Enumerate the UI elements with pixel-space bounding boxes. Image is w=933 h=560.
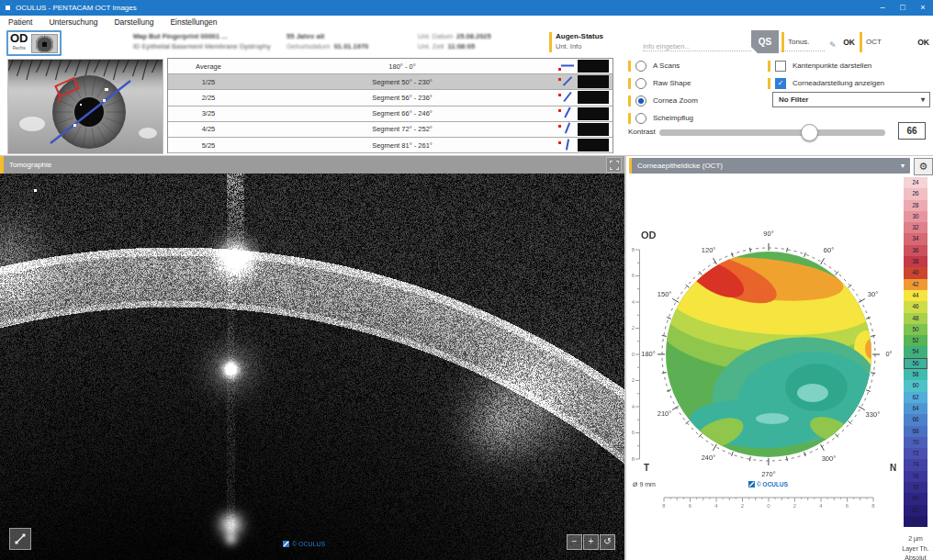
filter-dropdown[interactable]: No Filter ▾ (772, 92, 930, 107)
scale-cell[interactable]: 42 (904, 279, 927, 290)
scale-layer-label: Layer Th. (898, 544, 933, 554)
top-row: Average180° - 0°1/25Segment 50° - 230°2/… (0, 56, 933, 156)
oculus-watermark: © OCULUS (748, 481, 788, 487)
segment-row-average[interactable]: Average180° - 0° (168, 59, 613, 74)
eye-select-button[interactable]: ODRechts (6, 30, 62, 56)
measure-tool-button[interactable] (9, 528, 31, 550)
menu-einstellungen[interactable]: Einstellungen (162, 16, 225, 28)
segment-thumbnail[interactable] (578, 139, 609, 151)
scale-cell[interactable]: 50 (904, 324, 927, 335)
eye-photo-thumbnail[interactable] (7, 59, 163, 154)
scale-cell[interactable]: 74 (904, 459, 927, 470)
contrast-label: Kontrast (628, 128, 656, 136)
color-scale[interactable]: 2426283032343638404244464850525456586062… (904, 177, 927, 527)
scale-cell[interactable]: 62 (904, 392, 927, 403)
menu-patient[interactable]: Patient (0, 16, 40, 28)
segment-orientation-icon (556, 60, 578, 73)
segment-thumbnail[interactable] (578, 91, 609, 104)
zoom-in-button[interactable]: + (583, 534, 599, 550)
scale-cell[interactable]: 26 (904, 188, 927, 199)
segment-label: Segment 72° - 252° (249, 125, 556, 133)
scale-cell[interactable]: 44 (904, 290, 927, 301)
segment-row-1[interactable]: 1/25Segment 50° - 230° (168, 74, 613, 90)
scale-cell[interactable]: 78 (904, 482, 927, 493)
maximize-button[interactable]: □ (893, 0, 913, 16)
segment-index: 1/25 (168, 78, 249, 86)
radio-raw-shape[interactable]: Raw Shape (628, 77, 691, 89)
segment-label: Segment 50° - 230° (249, 78, 556, 86)
fullscreen-icon[interactable] (606, 157, 622, 173)
scale-cell[interactable]: 28 (904, 200, 927, 211)
reset-view-button[interactable]: ↺ (600, 534, 615, 550)
segment-index: 5/25 (168, 141, 249, 150)
scale-cell[interactable]: 38 (904, 256, 927, 267)
scale-cell[interactable]: 34 (904, 233, 927, 244)
scale-cell[interactable]: 70 (904, 437, 927, 448)
tomography-panel: Tomographie © OCULUS − + ↺ (0, 156, 624, 560)
segment-index: 4/25 (168, 125, 249, 133)
scale-cell[interactable]: 80 (904, 493, 927, 504)
segment-thumbnail[interactable] (578, 123, 609, 136)
segment-row-3[interactable]: 3/25Segment 66° - 246° (168, 106, 613, 122)
thickness-map (628, 211, 904, 514)
menu-darstellung[interactable]: Darstellung (106, 16, 162, 28)
scale-cell[interactable]: 84 (904, 516, 927, 527)
scale-cell[interactable]: 72 (904, 448, 927, 459)
segment-thumbnail[interactable] (578, 75, 609, 88)
contrast-slider-thumb[interactable] (801, 124, 818, 141)
segment-index: Average (168, 62, 249, 71)
radio-scheimpflug[interactable]: Scheimpflug (628, 112, 693, 124)
scale-cell[interactable]: 66 (904, 414, 927, 425)
scale-cell[interactable]: 64 (904, 403, 927, 414)
scale-cell[interactable]: 52 (904, 335, 927, 346)
scale-cell[interactable]: 54 (904, 346, 927, 357)
radio-icon (635, 113, 646, 124)
segment-label: Segment 56° - 236° (249, 94, 556, 102)
menu-untersuchung[interactable]: Untersuchung (40, 16, 106, 28)
scale-cell[interactable]: 32 (904, 222, 927, 233)
zoom-out-button[interactable]: − (567, 534, 582, 550)
segment-list: Average180° - 0°1/25Segment 50° - 230°2/… (167, 58, 613, 153)
scale-cell[interactable]: 48 (904, 313, 927, 324)
scale-cell[interactable]: 24 (904, 177, 927, 188)
close-button[interactable]: × (913, 0, 933, 16)
oct-scan-image[interactable] (0, 174, 624, 560)
eye-side: ODRechts (8, 33, 28, 53)
scale-cell[interactable]: 56 (904, 358, 927, 369)
patient-name: Map But Fingerprint 00001 ... ID Epithel… (133, 31, 271, 51)
segment-row-5[interactable]: 5/25Segment 81° - 261° (168, 138, 613, 153)
radio-cornea-zoom[interactable]: Cornea Zoom (628, 95, 698, 106)
scale-cell[interactable]: 68 (904, 426, 927, 437)
scale-cell[interactable]: 76 (904, 471, 927, 482)
segment-label: 180° - 0° (249, 62, 556, 71)
tomography-title: Tomographie (0, 161, 606, 169)
checkbox-icon (775, 61, 786, 72)
segment-row-2[interactable]: 2/25Segment 56° - 236° (168, 90, 613, 106)
map-settings-button[interactable]: ⚙ (914, 158, 933, 175)
checkbox-kantenpunkte-darstellen[interactable]: Kantenpunkte darstellen (768, 60, 871, 72)
scale-cell[interactable]: 58 (904, 369, 927, 380)
checkbox-corneadarstellung-anzeigen[interactable]: ✓Corneadarstellung anzeigen (768, 77, 884, 89)
map-type-dropdown[interactable]: Corneaepitheldicke (OCT) ▾ (629, 158, 910, 174)
radio-icon (635, 78, 646, 89)
scale-cell[interactable]: 30 (904, 211, 927, 222)
scale-cell[interactable]: 36 (904, 245, 927, 256)
checkbox-icon: ✓ (775, 78, 786, 89)
oculus-watermark: © OCULUS (283, 541, 325, 547)
scale-cell[interactable]: 40 (904, 267, 927, 278)
contrast-slider-track[interactable] (659, 129, 885, 136)
scale-cell[interactable]: 60 (904, 380, 927, 391)
scale-cell[interactable]: 46 (904, 301, 927, 312)
qs-button[interactable]: QS (751, 30, 779, 53)
exam-datetime: Unt. Datum 25.08.2025 Unt. Zeit 11:08:05 (418, 31, 491, 51)
app-icon (4, 4, 12, 12)
radio-a-scans[interactable]: A Scans (628, 60, 680, 72)
chevron-down-icon: ▾ (901, 162, 910, 170)
segment-thumbnail[interactable] (578, 60, 609, 73)
scale-cell[interactable]: 82 (904, 505, 927, 516)
accent-bar (549, 32, 552, 52)
display-options-panel: A ScansRaw ShapeCornea ZoomScheimpflug K… (624, 56, 933, 155)
minimize-button[interactable]: – (872, 0, 893, 16)
segment-row-4[interactable]: 4/25Segment 72° - 252° (168, 122, 613, 138)
segment-thumbnail[interactable] (578, 107, 609, 120)
